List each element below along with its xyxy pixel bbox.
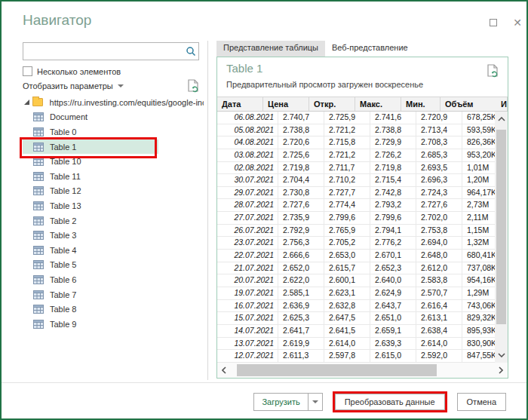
refresh-preview-icon[interactable]	[487, 64, 499, 78]
table-row[interactable]: 06.08.2021 2.740,7 2.725,9 2.741,6 2.720…	[217, 112, 495, 124]
column-header[interactable]: Объём	[441, 97, 496, 111]
preview-tab[interactable]: Веб-представление	[325, 41, 415, 57]
cell-price: 2.738,8	[278, 124, 324, 136]
search-box[interactable]	[23, 42, 199, 60]
cell-open: 2.615,7	[324, 262, 370, 274]
maximize-button[interactable]	[487, 17, 499, 29]
tree-item-label: Table 13	[50, 201, 81, 210]
cell-date: 19.07.2021	[217, 287, 278, 299]
table-row[interactable]: 13.07.2021 2.619,9 2.614,0 2.639,3 2.614…	[217, 338, 495, 351]
column-header[interactable]: Цена	[263, 97, 309, 111]
search-input[interactable]	[23, 44, 183, 59]
table-row[interactable]: 26.07.2021 2.792,9 2.765,9 2.794,1 2.753…	[217, 225, 495, 238]
vertical-scroll-thumb[interactable]	[496, 130, 506, 324]
cell-open: 2.653,0	[324, 250, 370, 262]
horizontal-scroll-thumb[interactable]	[237, 364, 437, 376]
cell-open: 2.711,7	[324, 162, 370, 174]
cell-open: 2.623,1	[324, 287, 370, 299]
tree-item[interactable]: Table 11	[23, 169, 158, 184]
cell-volume: 826,36K	[462, 136, 495, 149]
cell-volume: 737,08K	[462, 262, 495, 274]
cell-low: 2.708,3	[416, 136, 462, 149]
tree-item[interactable]: Table 13	[23, 198, 158, 213]
table-icon	[33, 112, 44, 121]
load-dropdown-button[interactable]	[308, 393, 323, 411]
column-header[interactable]: И	[496, 97, 508, 111]
load-button[interactable]: Загрузить	[253, 393, 307, 411]
tree-item[interactable]: Table 9	[23, 317, 158, 332]
tree-root-url[interactable]: https://ru.investing.com/equities/google…	[23, 95, 204, 110]
horizontal-scroll-track[interactable]	[231, 363, 494, 378]
horizontal-scrollbar[interactable]	[217, 363, 508, 378]
cell-high: 2.715,4	[370, 174, 416, 186]
cell-date: 29.07.2021	[217, 187, 278, 199]
cell-price: 2.641,7	[278, 325, 324, 337]
tree-item[interactable]: Table 1	[23, 139, 158, 155]
cell-open: 2.765,9	[324, 225, 370, 237]
cell-low: 2.570,7	[416, 287, 462, 299]
tree-item[interactable]: Table 5	[23, 258, 158, 273]
tree-item[interactable]: Table 3	[23, 228, 158, 243]
cell-price: 2.740,7	[278, 112, 324, 124]
cell-date: 23.07.2021	[217, 237, 278, 249]
table-row[interactable]: 21.07.2021 2.652,0 2.615,7 2.652,3 2.612…	[217, 262, 495, 275]
cell-high: 2.639,3	[370, 338, 416, 350]
table-row[interactable]: 04.08.2021 2.720,6 2.715,8 2.729,9 2.708…	[217, 136, 495, 149]
table-row[interactable]: 20.07.2021 2.622,0 2.600,1 2.640,0 2.583…	[217, 274, 495, 287]
preview-tab[interactable]: Представление таблицы	[216, 41, 325, 57]
cancel-button[interactable]: Отмена	[457, 393, 506, 411]
transform-data-button[interactable]: Преобразовать данные	[335, 394, 445, 410]
table-row[interactable]: 02.08.2021 2.719,8 2.711,7 2.719,8 2.693…	[217, 162, 495, 175]
table-row[interactable]: 29.07.2021 2.730,8 2.727,7 2.742,8 2.724…	[217, 187, 495, 200]
tree-item[interactable]: Document	[23, 110, 158, 125]
table-row[interactable]: 12.07.2021 2.611,3 2.597,8 2.615,0 2.592…	[217, 350, 495, 363]
table-row[interactable]: 14.07.2021 2.641,7 2.641,5 2.659,1 2.638…	[217, 325, 495, 338]
multiple-items-checkbox[interactable]	[23, 66, 32, 76]
tree-item[interactable]: Table 12	[23, 184, 158, 199]
table-row[interactable]: 27.07.2021 2.735,9 2.799,6 2.799,6 2.702…	[217, 212, 495, 225]
table-row[interactable]: 19.07.2021 2.585,1 2.623,1 2.624,9 2.570…	[217, 287, 495, 300]
search-icon[interactable]	[183, 44, 198, 59]
column-header[interactable]: Мин.	[401, 97, 441, 111]
table-icon	[33, 231, 44, 240]
tree-item[interactable]: Table 8	[23, 302, 158, 317]
tree-item[interactable]: Table 0	[23, 124, 158, 139]
tree-expand-icon[interactable]	[23, 100, 31, 105]
display-options-dropdown[interactable]: Отобразить параметры	[23, 81, 124, 90]
tree-item[interactable]: Table 2	[23, 213, 158, 228]
tree-item-label: Table 2	[50, 216, 76, 225]
folder-icon	[32, 98, 43, 106]
tree-item[interactable]: Table 7	[23, 287, 158, 302]
cell-volume: 1,32M	[462, 237, 495, 249]
column-header[interactable]: Откр.	[309, 97, 355, 111]
cell-open: 2.715,8	[324, 136, 370, 149]
table-row[interactable]: 22.07.2021 2.666,6 2.653,0 2.670,1 2.648…	[217, 250, 495, 262]
table-row[interactable]: 28.07.2021 2.727,6 2.774,4 2.793,2 2.727…	[217, 199, 495, 212]
close-button[interactable]: ✕	[511, 17, 523, 29]
column-header[interactable]: Макс.	[355, 97, 401, 111]
multiple-items-label: Несколько элементов	[37, 67, 121, 76]
tree-item[interactable]: Table 6	[23, 272, 158, 287]
scroll-left-icon[interactable]	[217, 363, 231, 378]
table-icon	[33, 260, 44, 269]
scroll-down-icon[interactable]	[495, 349, 508, 361]
cell-date: 12.07.2021	[217, 350, 278, 362]
table-row[interactable]: 23.07.2021 2.756,3 2.705,2 2.776,2 2.694…	[217, 237, 495, 250]
cell-date: 16.07.2021	[217, 300, 278, 312]
tree-item[interactable]: Table 4	[23, 243, 158, 258]
vertical-scrollbar[interactable]	[495, 112, 508, 363]
table-row[interactable]: 15.07.2021 2.625,3 2.647,5 2.651,0 2.613…	[217, 312, 495, 325]
table-row[interactable]: 16.07.2021 2.636,9 2.632,8 2.643,7 2.616…	[217, 300, 495, 313]
column-header[interactable]: Дата	[217, 97, 263, 111]
multiple-items-option[interactable]: Несколько элементов	[23, 66, 121, 76]
table-row[interactable]: 05.08.2021 2.738,8 2.721,2 2.738,8 2.713…	[217, 124, 495, 137]
scroll-up-icon[interactable]	[495, 113, 508, 125]
refresh-icon[interactable]	[187, 79, 199, 93]
cell-date: 13.07.2021	[217, 338, 278, 350]
tree-item[interactable]: Table 10	[23, 154, 158, 169]
table-row[interactable]: 03.08.2021 2.725,6 2.721,2 2.726,2 2.685…	[217, 149, 495, 162]
tree-item-label: Table 12	[50, 186, 81, 195]
table-row[interactable]: 30.07.2021 2.704,4 2.710,2 2.715,4 2.696…	[217, 174, 495, 187]
chevron-down-icon	[312, 400, 318, 403]
scroll-right-icon[interactable]	[494, 363, 508, 378]
